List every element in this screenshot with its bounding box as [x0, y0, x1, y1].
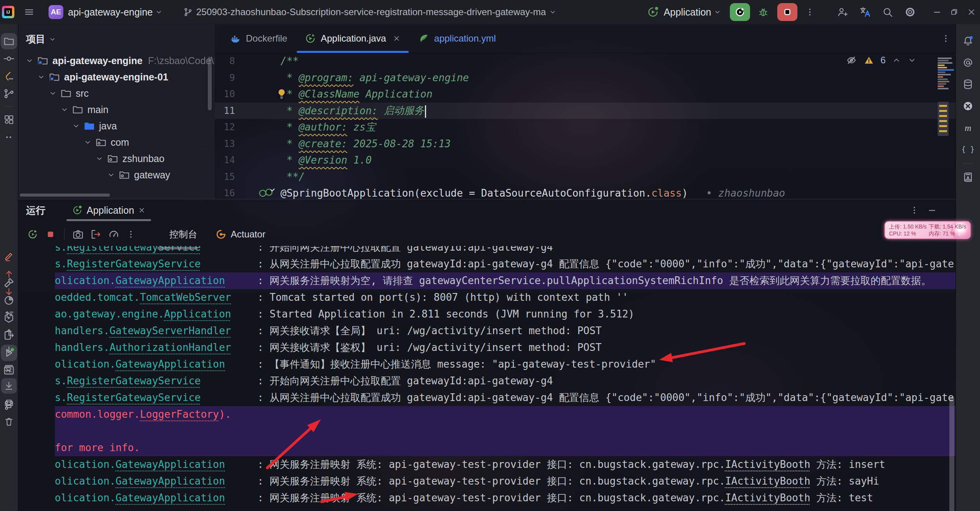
tool-window-button-ai-assistant[interactable] [960, 54, 976, 71]
run-tab-application[interactable]: Application [70, 199, 148, 221]
tree-item-zshunbao[interactable]: zshunbao [18, 150, 215, 167]
editor-scrollbar[interactable] [938, 102, 949, 136]
line-number[interactable]: 15 [215, 171, 235, 182]
line-number[interactable]: 13 [215, 138, 235, 149]
line-number[interactable]: 16 [215, 188, 235, 199]
tool-window-button-maven[interactable]: m [960, 120, 976, 136]
gc-gauge-icon[interactable] [105, 228, 123, 240]
console-scrollend-button[interactable] [1, 378, 17, 394]
logger-link[interactable]: RegisterGatewayService [67, 375, 200, 387]
tool-window-button-project[interactable] [1, 33, 17, 49]
line-number[interactable]: 14 [215, 155, 235, 166]
eye-off-icon[interactable] [846, 54, 857, 66]
tree-item-main[interactable]: main [18, 101, 215, 118]
line-number[interactable]: 12 [215, 122, 235, 133]
editor-options-button[interactable] [936, 24, 956, 53]
hide-panel-button[interactable] [923, 205, 942, 215]
console-printer-button[interactable] [1, 396, 17, 412]
maximize-button[interactable] [946, 3, 963, 21]
tool-window-button-more-tool-windows[interactable] [1, 129, 17, 145]
line-number[interactable]: 9 [215, 72, 235, 83]
console-hscrollbar[interactable] [157, 247, 198, 249]
logger-link[interactable]: GatewayApplication [116, 475, 225, 487]
console-softwrap-button[interactable] [1, 360, 17, 376]
console-trash-button[interactable] [1, 414, 17, 429]
console-downarrow-button[interactable] [1, 342, 17, 358]
rerun-icon[interactable] [24, 228, 42, 240]
close-button[interactable] [963, 3, 980, 21]
tab-application-yml[interactable]: application.yml [409, 24, 505, 53]
line-number[interactable]: 10 [215, 89, 235, 99]
class-link[interactable]: IActivityBooth [725, 459, 810, 470]
warning-icon[interactable] [863, 55, 874, 66]
tab-application-java[interactable]: Application.java [296, 24, 409, 53]
main-menu-button[interactable] [21, 3, 38, 21]
console-output[interactable]: s.RegisterGatewayService : 开始向网关注册中心拉取配置… [18, 246, 956, 511]
class-link[interactable]: IActivityBooth [725, 475, 810, 487]
minimap[interactable] [937, 57, 955, 90]
minimize-button[interactable] [929, 3, 946, 21]
vertical-scrollbar[interactable] [208, 57, 212, 110]
debug-button[interactable] [755, 3, 772, 21]
logger-link[interactable]: AuthorizationHandler [110, 342, 231, 353]
stop-button[interactable] [777, 3, 797, 21]
tab-dockerfile[interactable]: Dockerfile [221, 24, 296, 53]
tree-chevron-icon[interactable] [24, 56, 35, 66]
tree-chevron-icon[interactable] [36, 72, 46, 82]
performance-widget[interactable]: ✦ ✧ 上传: 1.50 KB/s CPU: 12 % 下载: 1.54 KB/… [884, 221, 971, 239]
tree-chevron-icon[interactable] [106, 170, 116, 180]
intention-bulb-icon[interactable] [275, 87, 288, 100]
tree-item-api-gateway-engine-01[interactable]: api-gateway-engine-01 [18, 69, 215, 85]
prev-issue-icon[interactable] [892, 56, 901, 65]
logger-link[interactable]: RegisterGatewayService [67, 258, 200, 270]
tree-chevron-icon[interactable] [71, 121, 81, 131]
exit-icon[interactable] [87, 228, 105, 240]
code-with-me-button[interactable] [834, 3, 851, 21]
tree-item-com[interactable]: com [18, 134, 215, 150]
logger-link[interactable]: LoggerFactory [140, 408, 219, 420]
logger-link[interactable]: GatewayApplication [116, 275, 225, 286]
horizontal-scrollbar[interactable] [20, 194, 110, 197]
console-vscrollbar[interactable] [949, 397, 954, 511]
run-panel-options-button[interactable] [906, 205, 923, 215]
tree-item-src[interactable]: src [18, 85, 215, 101]
tool-window-button-notifications[interactable] [960, 33, 976, 49]
tree-item-gateway[interactable]: gateway [18, 167, 215, 183]
rerun-button[interactable] [730, 3, 750, 21]
search-button[interactable] [879, 3, 896, 21]
tree-chevron-icon[interactable] [94, 153, 104, 164]
settings-button[interactable] [902, 3, 919, 21]
project-switcher[interactable]: api-gateway-engine [68, 7, 153, 18]
spring-bean-gutter-icon[interactable] [258, 187, 281, 199]
tree-item-api-gateway-engine[interactable]: api-gateway-engineF:\zsbao\Code\IDE\b [18, 52, 215, 69]
logger-link[interactable]: RegisterGatewayService [67, 392, 200, 403]
logger-link[interactable]: GatewayApplication [116, 358, 225, 370]
chevron-down-icon[interactable] [49, 35, 56, 43]
logger-link[interactable]: TomcatWebServer [140, 291, 231, 303]
branch-widget[interactable]: 250903-zhaoshunbao-Subscription-service-… [196, 7, 546, 17]
tool-window-button-database[interactable] [960, 76, 976, 92]
console-uparrowr-button[interactable] [1, 266, 17, 282]
tree-item-java[interactable]: java [18, 118, 215, 134]
tool-window-button-structure-json[interactable]: { } [960, 141, 976, 158]
tool-window-button-commit[interactable] [1, 51, 17, 67]
tree-chevron-icon[interactable] [48, 88, 58, 98]
code-editor[interactable]: 8/**9 * @program: api-gateway-engine10 *… [215, 53, 956, 199]
logger-link[interactable]: Application [164, 308, 231, 320]
tree-chevron-icon[interactable] [59, 105, 70, 115]
console-tab[interactable]: 控制台 [169, 228, 197, 241]
close-tab-icon[interactable] [392, 34, 401, 43]
logger-link[interactable]: GatewayApplication [116, 492, 225, 504]
line-number[interactable]: 11 [215, 105, 235, 116]
more-actions-button[interactable] [801, 3, 818, 21]
tool-window-button-translation[interactable] [960, 169, 976, 185]
console-sort-button[interactable] [1, 307, 17, 322]
next-issue-icon[interactable] [907, 56, 917, 65]
console-uparrow-button[interactable] [1, 324, 17, 340]
toolbar-more-button[interactable] [123, 229, 139, 239]
stop-icon[interactable] [42, 229, 59, 240]
thread-dump-icon[interactable] [69, 228, 87, 240]
close-tab-icon[interactable] [138, 206, 146, 214]
run-config-selector[interactable]: Application [664, 7, 711, 18]
console-pencil-button[interactable] [1, 248, 17, 264]
